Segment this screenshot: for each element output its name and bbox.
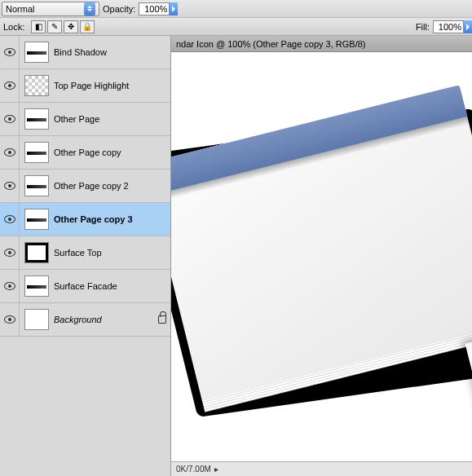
layer-row[interactable]: Background (0, 303, 170, 337)
layer-thumbnail[interactable] (24, 75, 49, 96)
photoshop-window: Normal Opacity: Lock: ◧ ✎ ✥ 🔒 Fill: Bind (0, 0, 472, 476)
layer-name[interactable]: Bind Shadow (54, 47, 154, 57)
layer-row[interactable]: Surface Top (0, 236, 170, 270)
eye-icon (4, 182, 15, 190)
layers-panel: Bind ShadowTop Page HighlightOther PageO… (0, 36, 171, 476)
artwork-icon (171, 52, 472, 461)
layer-visibility-toggle[interactable] (0, 203, 20, 236)
layer-visibility-toggle[interactable] (0, 136, 20, 169)
layer-visibility-toggle[interactable] (0, 270, 20, 302)
layer-row[interactable]: Surface Facade (0, 270, 170, 303)
layer-visibility-toggle[interactable] (0, 303, 20, 336)
layer-thumbnail[interactable] (24, 209, 49, 230)
document-area: ndar Icon @ 100% (Other Page copy 3, RGB… (171, 36, 472, 476)
opacity-label: Opacity: (103, 4, 135, 14)
layer-name[interactable]: Other Page copy (54, 148, 154, 157)
fill-input[interactable] (433, 20, 464, 33)
layer-thumbnail[interactable] (24, 309, 49, 330)
main-area: Bind ShadowTop Page HighlightOther PageO… (0, 36, 472, 476)
layer-name[interactable]: Other Page copy 3 (54, 214, 154, 224)
layer-thumbnail[interactable] (24, 108, 49, 130)
fill-field[interactable] (433, 20, 472, 33)
lock-move-icon[interactable]: ✥ (64, 20, 78, 33)
eye-icon (4, 82, 15, 90)
blend-mode-select[interactable]: Normal (2, 2, 99, 16)
layer-name[interactable]: Background (54, 315, 154, 324)
eye-icon (4, 249, 15, 257)
eye-icon (4, 215, 15, 223)
layer-thumbnail[interactable] (24, 42, 49, 63)
document-canvas[interactable] (171, 52, 472, 461)
layer-visibility-toggle[interactable] (0, 36, 20, 68)
layer-row[interactable]: Other Page copy 3 (0, 203, 170, 236)
fill-flyout-arrow-icon[interactable] (464, 20, 472, 33)
fill-label: Fill: (416, 22, 430, 32)
eye-icon (4, 282, 15, 290)
eye-icon (4, 148, 15, 156)
lock-label: Lock: (3, 22, 24, 32)
eye-icon (4, 315, 15, 324)
layer-thumbnail[interactable] (24, 142, 49, 163)
layer-row[interactable]: Other Page copy (0, 136, 170, 170)
layer-visibility-toggle[interactable] (0, 170, 20, 202)
layer-visibility-toggle[interactable] (0, 103, 20, 135)
lock-transparency-icon[interactable]: ◧ (31, 20, 46, 33)
layers-empty-area (0, 337, 170, 476)
lock-all-icon[interactable]: 🔒 (80, 20, 95, 33)
layer-row[interactable]: Other Page (0, 103, 170, 136)
layer-visibility-toggle[interactable] (0, 69, 20, 102)
status-flyout-arrow-icon[interactable]: ▸ (214, 465, 218, 474)
layer-name[interactable]: Surface Facade (54, 281, 154, 291)
layer-name[interactable]: Top Page Highlight (54, 81, 154, 90)
blend-mode-value: Normal (6, 4, 34, 14)
layer-name[interactable]: Other Page (54, 114, 154, 124)
layer-thumbnail[interactable] (24, 242, 49, 263)
layer-row[interactable]: Other Page copy 2 (0, 170, 170, 203)
lock-fill-bar: Lock: ◧ ✎ ✥ 🔒 Fill: (0, 18, 472, 36)
status-bar: 0K/7.00M ▸ (171, 461, 472, 476)
layer-thumbnail[interactable] (24, 175, 49, 196)
lock-icon-group: ◧ ✎ ✥ 🔒 (31, 20, 95, 33)
document-title-bar: ndar Icon @ 100% (Other Page copy 3, RGB… (171, 36, 472, 52)
opacity-field[interactable] (139, 2, 178, 15)
document-title: ndar Icon @ 100% (Other Page copy 3, RGB… (176, 39, 366, 49)
layer-thumbnail[interactable] (24, 275, 49, 297)
opacity-flyout-arrow-icon[interactable] (170, 2, 178, 15)
padlock-icon (158, 315, 166, 324)
layer-name[interactable]: Other Page copy 2 (54, 181, 154, 191)
dropdown-arrows-icon (84, 2, 95, 15)
status-doc-size: 0K/7.00M (176, 465, 211, 474)
layer-name[interactable]: Surface Top (54, 248, 154, 258)
opacity-input[interactable] (139, 2, 170, 15)
layer-lock-indicator (154, 315, 170, 324)
lock-brush-icon[interactable]: ✎ (47, 20, 62, 33)
eye-icon (4, 48, 15, 56)
layer-row[interactable]: Bind Shadow (0, 36, 170, 69)
layer-visibility-toggle[interactable] (0, 236, 20, 269)
blend-opacity-bar: Normal Opacity: (0, 0, 472, 18)
eye-icon (4, 115, 15, 123)
layer-row[interactable]: Top Page Highlight (0, 69, 170, 103)
